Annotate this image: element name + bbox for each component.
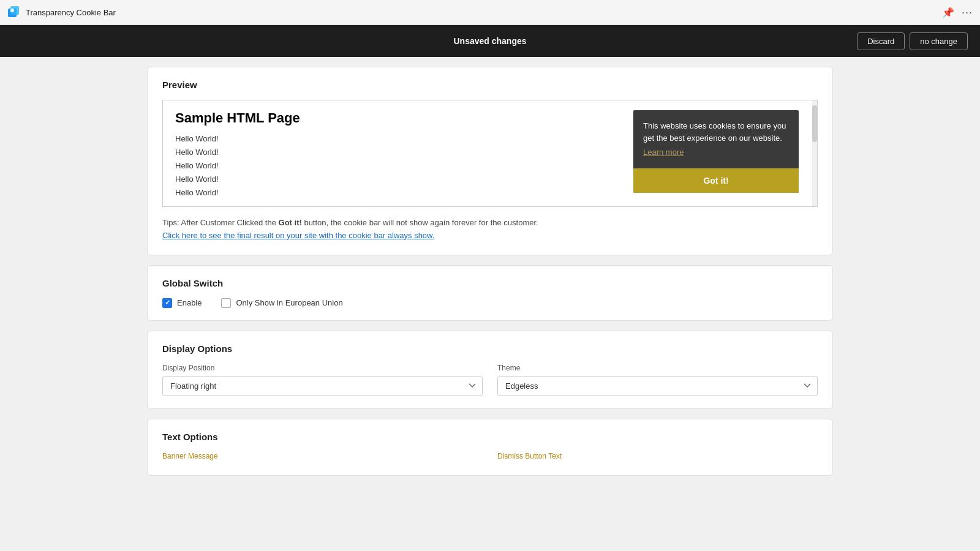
no-change-button[interactable]: no change	[910, 32, 968, 50]
app-icon	[7, 6, 21, 19]
preview-scrollbar	[812, 100, 817, 206]
preview-content: Sample HTML Page Hello World! Hello Worl…	[163, 100, 817, 206]
position-form-group: Display Position Floating right Floating…	[162, 364, 483, 396]
discard-button[interactable]: Discard	[857, 32, 905, 50]
eu-label: Only Show in European Union	[236, 298, 342, 307]
banner-message-label: Banner Message	[162, 452, 483, 460]
global-switch-title: Global Switch	[162, 278, 818, 288]
text-options-title: Text Options	[162, 432, 818, 442]
global-switch-card: Global Switch Enable Only Show in Europe…	[147, 265, 833, 321]
action-bar: Unsaved changes Discard no change	[0, 25, 980, 57]
preview-card: Preview Sample HTML Page Hello World! He…	[147, 67, 833, 255]
theme-select[interactable]: Edgeless Classic Modern	[497, 376, 818, 396]
display-options-form-row: Display Position Floating right Floating…	[162, 364, 818, 396]
cookie-bar-message: This website uses cookies to ensure you …	[633, 110, 799, 163]
checkbox-row: Enable Only Show in European Union	[162, 298, 818, 308]
dismiss-button-col: Dismiss Button Text	[497, 452, 818, 463]
cookie-bar: This website uses cookies to ensure you …	[633, 110, 799, 193]
enable-label: Enable	[177, 298, 202, 307]
theme-label: Theme	[497, 364, 818, 372]
title-bar-right: 📌 ···	[942, 6, 973, 19]
position-select[interactable]: Floating right Floating left Top bar Bot…	[162, 376, 483, 396]
title-bar: Transparency Cookie Bar 📌 ···	[0, 0, 980, 25]
enable-checkbox[interactable]	[162, 298, 172, 308]
display-options-title: Display Options	[162, 343, 818, 354]
banner-message-col: Banner Message	[162, 452, 483, 463]
cookie-got-it-button[interactable]: Got it!	[633, 168, 799, 193]
cookie-learn-more-link[interactable]: Learn more	[643, 146, 789, 159]
position-label: Display Position	[162, 364, 483, 372]
text-options-card: Text Options Banner Message Dismiss Butt…	[147, 419, 833, 476]
unsaved-changes-label: Unsaved changes	[453, 36, 526, 46]
more-icon[interactable]: ···	[962, 6, 973, 19]
action-bar-buttons: Discard no change	[857, 32, 968, 50]
preview-section-title: Preview	[162, 80, 818, 90]
enable-checkbox-item[interactable]: Enable	[162, 298, 202, 308]
theme-form-group: Theme Edgeless Classic Modern	[497, 364, 818, 396]
tips-bold: Got it!	[279, 218, 302, 227]
scrollbar-thumb	[812, 105, 817, 142]
dismiss-button-label: Dismiss Button Text	[497, 452, 818, 460]
app-title: Transparency Cookie Bar	[26, 8, 116, 17]
text-options-row: Banner Message Dismiss Button Text	[162, 452, 818, 463]
cookie-bar-message-text: This website uses cookies to ensure you …	[643, 121, 786, 143]
main-content: Preview Sample HTML Page Hello World! He…	[135, 57, 845, 495]
tips-text2: button, the cookie bar will not show aga…	[302, 218, 538, 227]
svg-point-2	[10, 9, 14, 12]
tips-link[interactable]: Click here to see the final result on yo…	[162, 231, 434, 240]
display-options-card: Display Options Display Position Floatin…	[147, 331, 833, 409]
preview-iframe: Sample HTML Page Hello World! Hello Worl…	[162, 100, 818, 207]
eu-checkbox-item[interactable]: Only Show in European Union	[221, 298, 342, 308]
eu-checkbox[interactable]	[221, 298, 231, 308]
tips-section: Tips: After Customer Clicked the Got it!…	[162, 217, 818, 242]
title-bar-left: Transparency Cookie Bar	[7, 6, 116, 19]
tips-text1: Tips: After Customer Clicked the	[162, 218, 279, 227]
pin-icon[interactable]: 📌	[942, 7, 954, 18]
